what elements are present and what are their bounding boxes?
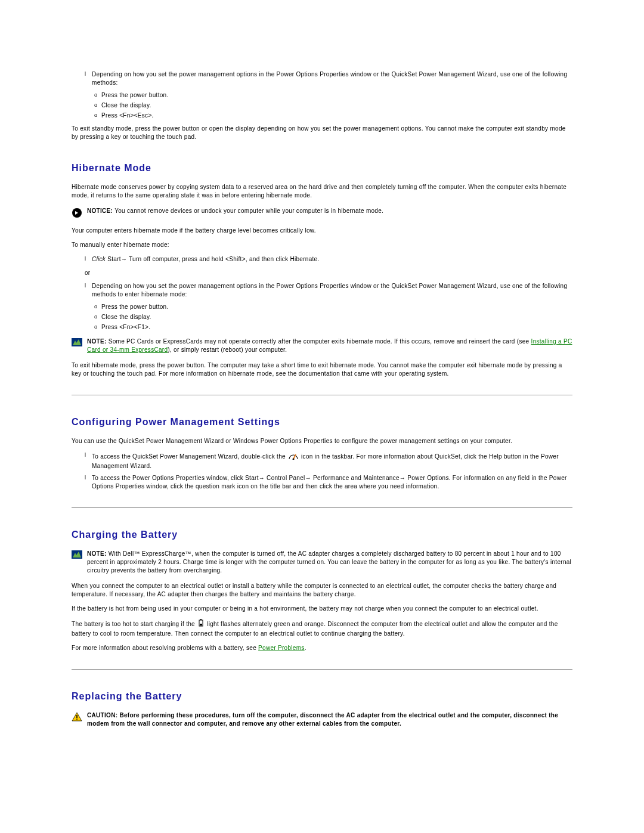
list-item-text: Start→ Turn off computer, press and hold… [107, 256, 319, 262]
or-text: or [85, 270, 572, 276]
notice-callout: NOTICE: You cannot remove devices or und… [72, 207, 572, 219]
caution-icon [72, 712, 83, 723]
section-divider [72, 507, 572, 508]
notice-text: NOTICE: You cannot remove devices or und… [87, 207, 383, 215]
note-text: NOTE: With Dell™ ExpressCharge™, when th… [87, 550, 572, 575]
standby-sub-list: Press the power button. Close the displa… [94, 92, 572, 119]
body-text: Your computer enters hibernate mode if t… [72, 227, 572, 235]
hibernate-heading: Hibernate Mode [72, 163, 572, 174]
list-text-a: To access the QuickSet Power Management … [92, 453, 287, 460]
notice-icon [72, 208, 83, 219]
standby-methods-list: Depending on how you set the power manag… [85, 70, 572, 87]
list-item: Click Start→ Turn off computer, press an… [85, 255, 572, 264]
body-text: If the battery is hot from being used in… [72, 605, 572, 613]
note-icon [72, 338, 83, 348]
body-text: To manually enter hibernate mode: [72, 241, 572, 249]
svg-rect-7 [200, 624, 202, 625]
note-callout: NOTE: Some PC Cards or ExpressCards may … [72, 337, 572, 354]
hibernate-manual-list: Click Start→ Turn off computer, press an… [85, 255, 572, 264]
hibernate-methods-list: Depending on how you set the power manag… [85, 282, 572, 299]
list-item: Close the display. [94, 314, 572, 320]
svg-rect-6 [200, 619, 202, 620]
document-page: Depending on how you set the power manag… [69, 0, 575, 833]
battery-light-icon [198, 619, 204, 630]
content-area: Depending on how you set the power manag… [72, 70, 572, 728]
caution-text: CAUTION: Before performing these procedu… [87, 711, 572, 728]
list-item: Press the power button. [94, 304, 572, 310]
replacing-heading: Replacing the Battery [72, 691, 572, 702]
note-label: NOTE: [87, 550, 107, 557]
text-a: The battery is too hot to start charging… [72, 621, 197, 627]
notice-label: NOTICE: [87, 208, 113, 214]
list-item: Depending on how you set the power manag… [85, 70, 572, 87]
list-item: Close the display. [94, 102, 572, 109]
body-text: You can use the QuickSet Power Managemen… [72, 437, 572, 445]
note-callout: NOTE: With Dell™ ExpressCharge™, when th… [72, 550, 572, 575]
list-item: To access the QuickSet Power Management … [85, 451, 572, 470]
body-text: For more information about resolving pro… [72, 644, 572, 652]
body-text: Hibernate mode conserves power by copyin… [72, 183, 572, 200]
list-item: Press <Fn><F1>. [94, 324, 572, 330]
charging-heading: Charging the Battery [72, 529, 572, 540]
notice-body: You cannot remove devices or undock your… [114, 208, 383, 214]
caution-label: CAUTION: [87, 712, 117, 719]
power-problems-link[interactable]: Power Problems [258, 645, 305, 651]
note-label: NOTE: [87, 338, 107, 345]
note-body-b: ), or simply restart (reboot) your compu… [168, 346, 287, 353]
svg-rect-8 [76, 715, 78, 718]
svg-rect-9 [76, 719, 78, 720]
section-divider [72, 395, 572, 395]
config-heading: Configuring Power Management Settings [72, 417, 572, 428]
body-text: The battery is too hot to start charging… [72, 619, 572, 638]
list-item: Press <Fn><Esc>. [94, 112, 572, 119]
list-item: To access the Power Options Properties w… [85, 474, 572, 491]
note-text: NOTE: Some PC Cards or ExpressCards may … [87, 337, 572, 354]
text-b: . [305, 645, 306, 651]
note-icon [72, 550, 83, 560]
body-text: To exit hibernate mode, press the power … [72, 361, 572, 378]
text-a: For more information about resolving pro… [72, 645, 258, 651]
body-text: When you connect the computer to an elec… [72, 582, 572, 599]
quickset-meter-icon [289, 451, 298, 462]
standby-exit-text: To exit standby mode, press the power bu… [72, 125, 572, 141]
italic-prefix: Click [92, 256, 106, 262]
caution-body: Before performing these procedures, turn… [87, 712, 558, 727]
list-item: Press the power button. [94, 92, 572, 98]
section-divider [72, 669, 572, 670]
list-item: Depending on how you set the power manag… [85, 282, 572, 299]
note-body: With Dell™ ExpressCharge™, when the comp… [87, 550, 571, 574]
caution-callout: CAUTION: Before performing these procedu… [72, 711, 572, 728]
note-body-a: Some PC Cards or ExpressCards may not op… [109, 338, 531, 345]
hibernate-sub-list: Press the power button. Close the displa… [94, 304, 572, 330]
config-list: To access the QuickSet Power Management … [85, 451, 572, 491]
